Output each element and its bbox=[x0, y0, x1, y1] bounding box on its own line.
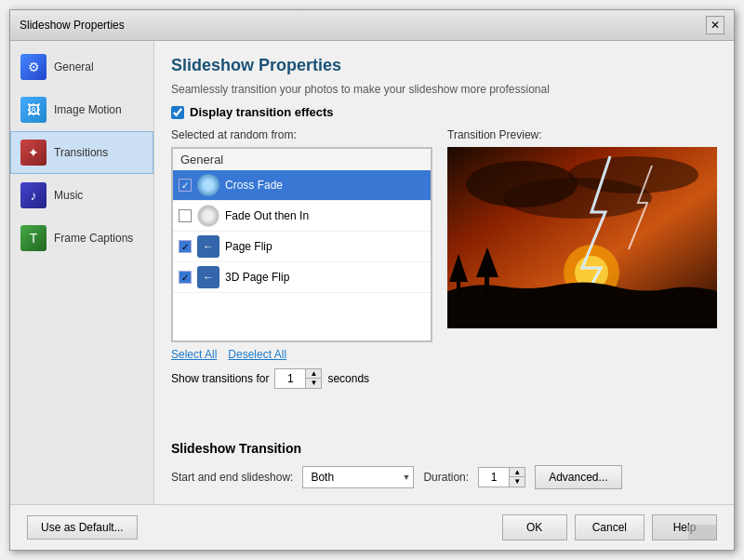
slideshow-transition-section: Slideshow Transition Start and end slide… bbox=[171, 441, 717, 489]
list-item-fade-out[interactable]: Fade Out then In bbox=[173, 201, 431, 232]
sidebar-item-general[interactable]: ⚙ General bbox=[10, 46, 153, 88]
right-column: Transition Preview: bbox=[447, 128, 717, 432]
close-button[interactable]: ✕ bbox=[706, 16, 724, 34]
duration-spin[interactable]: ▲ ▼ bbox=[478, 467, 525, 487]
duration-spin-down[interactable]: ▼ bbox=[510, 477, 525, 487]
display-transition-row: Display transition effects bbox=[171, 105, 717, 119]
transitions-icon: ✦ bbox=[20, 140, 46, 166]
show-transitions-suffix: seconds bbox=[327, 372, 369, 385]
spin-arrows: ▲ ▼ bbox=[305, 369, 321, 388]
seconds-input[interactable] bbox=[275, 369, 305, 388]
title-bar-text: Slideshow Properties bbox=[20, 19, 125, 32]
page-title: Slideshow Properties bbox=[171, 56, 717, 75]
display-transition-checkbox[interactable] bbox=[171, 106, 184, 119]
sidebar-item-frame-captions[interactable]: T Frame Captions bbox=[10, 217, 153, 260]
icon-3d-page-flip: ← bbox=[197, 266, 219, 288]
list-links: Select All Deselect All bbox=[171, 348, 432, 361]
general-icon: ⚙ bbox=[20, 54, 46, 80]
music-icon: ♪ bbox=[20, 182, 46, 208]
title-bar: Slideshow Properties ✕ bbox=[10, 10, 734, 41]
sidebar-label-music: Music bbox=[54, 189, 83, 202]
list-item-cross-fade[interactable]: ✓ Cross Fade bbox=[173, 170, 431, 201]
check-cross-fade[interactable]: ✓ bbox=[179, 179, 192, 192]
advanced-button[interactable]: Advanced... bbox=[535, 465, 621, 489]
label-3d-page-flip: 3D Page Flip bbox=[225, 271, 289, 284]
transition-preview bbox=[447, 147, 717, 328]
lightning-svg bbox=[447, 147, 717, 328]
dialog-body: ⚙ General 🖼 Image Motion ✦ Transitions ♪ bbox=[10, 41, 734, 504]
sidebar-label-transitions: Transitions bbox=[54, 146, 108, 159]
ok-button[interactable]: OK bbox=[502, 514, 567, 540]
icon-page-flip: ← bbox=[197, 235, 219, 258]
check-fade-out[interactable] bbox=[179, 209, 192, 222]
sidebar-item-music[interactable]: ♪ Music bbox=[10, 174, 153, 217]
use-default-button[interactable]: Use as Default... bbox=[27, 515, 138, 540]
transitions-list[interactable]: General ✓ Cross Fade Fade Out then In bbox=[171, 147, 432, 342]
show-transitions-prefix: Show transitions for bbox=[171, 372, 269, 385]
sidebar-item-image-motion[interactable]: 🖼 Image Motion bbox=[10, 88, 153, 131]
sidebar: ⚙ General 🖼 Image Motion ✦ Transitions ♪ bbox=[10, 41, 154, 504]
cancel-button[interactable]: Cancel bbox=[575, 514, 644, 540]
sidebar-label-frame-captions: Frame Captions bbox=[54, 232, 133, 245]
selected-label: Selected at random from: bbox=[171, 128, 432, 141]
spin-up[interactable]: ▲ bbox=[306, 369, 321, 379]
group-header-general: General bbox=[173, 149, 431, 170]
transition-controls-row: Start and end slideshow: Both Start only… bbox=[171, 465, 717, 489]
duration-input[interactable] bbox=[479, 468, 509, 487]
duration-label: Duration: bbox=[423, 471, 469, 484]
display-transition-label[interactable]: Display transition effects bbox=[190, 105, 334, 119]
dialog-buttons: OK Cancel Help bbox=[502, 514, 717, 540]
select-all-link[interactable]: Select All bbox=[171, 348, 217, 361]
icon-cross-fade bbox=[197, 174, 219, 196]
preview-label: Transition Preview: bbox=[447, 128, 717, 141]
list-item-3d-page-flip[interactable]: ✓ ← 3D Page Flip bbox=[173, 262, 431, 293]
show-transitions-row: Show transitions for ▲ ▼ seconds bbox=[171, 368, 432, 389]
sidebar-label-image-motion: Image Motion bbox=[54, 103, 122, 116]
image-motion-icon: 🖼 bbox=[20, 97, 46, 123]
slideshow-transition-title: Slideshow Transition bbox=[171, 441, 717, 456]
two-col-area: Selected at random from: General ✓ Cross… bbox=[171, 128, 717, 432]
duration-spin-arrows: ▲ ▼ bbox=[509, 468, 525, 487]
sidebar-item-transitions[interactable]: ✦ Transitions bbox=[10, 131, 153, 174]
spin-down[interactable]: ▼ bbox=[306, 379, 321, 388]
help-button[interactable]: Help bbox=[652, 514, 717, 540]
check-3d-page-flip[interactable]: ✓ bbox=[179, 271, 192, 284]
label-cross-fade: Cross Fade bbox=[225, 179, 283, 192]
slideshow-dropdown-wrap: Both Start only End only Neither ▼ bbox=[302, 466, 414, 488]
spin-seconds[interactable]: ▲ ▼ bbox=[274, 368, 322, 389]
dialog-window: Slideshow Properties ✕ ⚙ General 🖼 Image… bbox=[9, 9, 735, 551]
icon-fade-out bbox=[197, 205, 219, 227]
start-end-label: Start and end slideshow: bbox=[171, 471, 293, 484]
check-page-flip[interactable]: ✓ bbox=[179, 240, 192, 253]
main-content: Slideshow Properties Seamlessly transiti… bbox=[154, 41, 734, 504]
duration-spin-up[interactable]: ▲ bbox=[510, 468, 525, 477]
list-item-page-flip[interactable]: ✓ ← Page Flip bbox=[173, 232, 431, 262]
bottom-bar: Use as Default... OK Cancel Help bbox=[10, 504, 734, 550]
svg-point-5 bbox=[503, 178, 652, 219]
label-page-flip: Page Flip bbox=[225, 240, 272, 253]
label-fade-out: Fade Out then In bbox=[225, 209, 309, 222]
slideshow-dropdown[interactable]: Both Start only End only Neither bbox=[302, 466, 414, 488]
sidebar-label-general: General bbox=[54, 60, 94, 73]
left-column: Selected at random from: General ✓ Cross… bbox=[171, 128, 432, 432]
frame-captions-icon: T bbox=[20, 225, 46, 251]
subtitle: Seamlessly transition your photos to mak… bbox=[171, 83, 717, 96]
deselect-all-link[interactable]: Deselect All bbox=[228, 348, 286, 361]
